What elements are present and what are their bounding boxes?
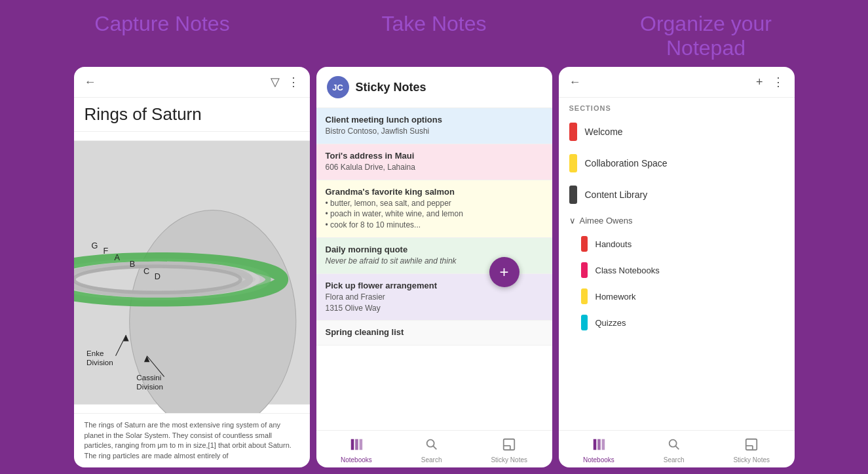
saturn-image: G F A B C D Enke Division Cassini Divisi… [74,132,310,413]
svg-text:G: G [91,241,98,250]
welcome-dot [569,123,577,141]
collapse-icon: ∨ [569,216,576,226]
section-item-welcome[interactable]: Welcome [559,116,795,148]
svg-line-33 [675,446,679,449]
note-card-1[interactable]: Tori's address in Maui 606 Kalula Drive,… [316,144,552,180]
svg-text:Division: Division [136,382,163,391]
back-icon[interactable]: ← [85,75,96,89]
svg-text:B: B [129,260,134,269]
stickynotes-icon-p2 [502,437,516,455]
note-title: Rings of Saturn [74,98,310,132]
svg-rect-29 [594,439,597,450]
filter-icon[interactable]: ▽ [271,75,280,89]
svg-text:F: F [103,247,108,256]
capture-notes-panel: ← ▽ ⋮ Rings of Saturn [74,67,310,467]
content-library-dot [569,186,577,204]
tab-notebooks-p3[interactable]: Notebooks [583,437,614,464]
handouts-dot [581,236,588,252]
section-list: Welcome Collaboration Space Content Libr… [559,116,795,430]
stickynotes-label-p3: Sticky Notes [733,456,770,464]
notes-list: Client meeting lunch options Bistro Cont… [316,108,552,430]
user-avatar: JC [327,76,349,98]
note-card-4[interactable]: Pick up flower arrangement Flora and Fra… [316,274,552,321]
search-label-p2: Search [421,456,442,464]
note-title-2: Grandma's favorite king salmon [326,187,543,197]
group-aimee-owens[interactable]: ∨ Aimee Owens [559,210,795,231]
note-body-0: Bistro Contoso, Jawfish Sushi [326,126,543,137]
note-card-2[interactable]: Grandma's favorite king salmon • butter,… [316,180,552,238]
take-notes-panel: JC Sticky Notes Client meeting lunch opt… [316,67,552,467]
svg-point-32 [669,440,676,447]
search-icon-p3 [667,437,681,455]
notebooks-icon-p3 [592,437,606,455]
class-notebooks-label: Class Notebooks [595,266,660,275]
note-title-0: Client meeting lunch options [326,115,543,125]
subsection-class-notebooks[interactable]: Class Notebooks [559,257,795,283]
subsection-handouts[interactable]: Handouts [559,231,795,257]
svg-text:Cassini: Cassini [136,373,161,382]
search-icon-p2 [425,437,439,455]
organize-notepad-heading: Organize your Notepad [570,12,842,60]
homework-dot [581,288,588,304]
stickynotes-label-p2: Sticky Notes [491,456,527,464]
tab-stickynotes-p3[interactable]: Sticky Notes [733,437,770,464]
svg-point-24 [426,440,434,447]
section-item-content-library[interactable]: Content Library [559,179,795,210]
panel1-header: ← ▽ ⋮ [74,67,310,98]
search-label-p3: Search [664,456,685,464]
svg-rect-31 [601,439,605,450]
svg-text:Division: Division [86,358,113,366]
svg-rect-23 [359,439,362,450]
tab-search-p2[interactable]: Search [421,437,442,464]
note-title-1: Tori's address in Maui [326,151,543,161]
homework-label: Homework [595,292,636,302]
tab-stickynotes-p2[interactable]: Sticky Notes [491,437,527,464]
capture-notes-heading: Capture Notes [26,12,298,60]
quizzes-label: Quizzes [595,318,626,328]
group-name: Aimee Owens [580,216,633,226]
svg-rect-30 [597,439,601,450]
quizzes-dot [581,315,588,330]
notebooks-label-p2: Notebooks [341,456,372,464]
svg-text:A: A [114,253,120,262]
content-library-label: Content Library [585,189,648,200]
sticky-notes-title: Sticky Notes [356,81,426,94]
note-body-1: 606 Kalula Drive, Lahaina [326,162,543,173]
stickynotes-icon-p3 [744,437,759,455]
tab-search-p3[interactable]: Search [664,437,685,464]
add-note-button[interactable]: + [489,257,519,287]
svg-text:C: C [143,267,149,276]
section-item-collaboration[interactable]: Collaboration Space [559,148,795,179]
panel2-footer: Notebooks Search Sticky Notes [316,430,552,467]
saturn-description: The rings of Saturn are the most extensi… [74,413,310,467]
panel3-footer: Notebooks Search Sticky Notes [559,430,795,467]
svg-rect-26 [504,439,515,450]
more-icon[interactable]: ⋮ [288,75,299,89]
svg-rect-34 [746,439,757,450]
note-body-2: • butter, lemon, sea salt, and pepper • … [326,198,543,231]
subsection-quizzes[interactable]: Quizzes [559,309,795,336]
notebooks-icon-p2 [349,437,364,455]
note-card-5[interactable]: Spring cleaning list [316,321,552,346]
svg-rect-21 [351,439,354,450]
note-title-3: Daily morning quote [326,245,543,254]
subsection-homework[interactable]: Homework [559,283,795,309]
panel2-header: JC Sticky Notes [316,67,552,108]
back-icon-p3[interactable]: ← [569,75,581,89]
svg-text:D: D [154,272,160,281]
panel3-header: ← + ⋮ [559,67,795,98]
tab-notebooks-p2[interactable]: Notebooks [341,437,372,464]
note-body-4: Flora and Frasier 1315 Olive Way [326,292,543,314]
more-icon-p3[interactable]: ⋮ [772,75,784,89]
svg-line-25 [433,446,436,449]
svg-text:Enke: Enke [86,349,104,357]
add-icon-p3[interactable]: + [756,75,763,89]
handouts-label: Handouts [595,239,632,249]
welcome-label: Welcome [585,127,623,137]
note-card-0[interactable]: Client meeting lunch options Bistro Cont… [316,108,552,144]
note-title-5: Spring cleaning list [326,327,543,337]
class-notebooks-dot [581,262,588,278]
collaboration-dot [569,154,577,172]
sections-label: SECTIONS [559,98,795,116]
organize-notepad-panel: ← + ⋮ SECTIONS Welcome Collaboration Spa… [559,67,795,467]
